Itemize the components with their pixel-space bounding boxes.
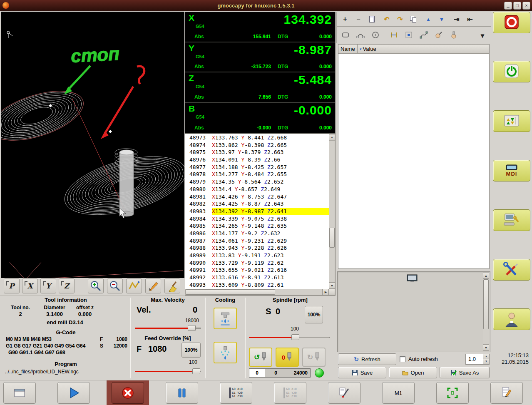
slider-handle[interactable] bbox=[188, 325, 196, 331]
machine-on-button[interactable] bbox=[493, 61, 530, 82]
dro-axis-y[interactable]: Y -8.987 G54 Abs-315.723DTG0.000 bbox=[185, 42, 335, 73]
spin-up-icon[interactable]: ▲ bbox=[483, 354, 489, 359]
window-mode-button[interactable] bbox=[3, 382, 36, 404]
stop-button[interactable] bbox=[112, 382, 144, 404]
settings-button[interactable] bbox=[493, 259, 530, 281]
zoom-in-button[interactable] bbox=[88, 278, 104, 293]
slider-handle[interactable] bbox=[192, 368, 200, 374]
spin-down-icon[interactable]: ▼ bbox=[483, 359, 489, 364]
gcode-line[interactable]: 48981X134.426 Y-8.753 Z2.647 bbox=[185, 193, 329, 201]
undo-icon[interactable]: ↶ bbox=[381, 14, 393, 25]
gcode-line[interactable]: 48975X133.97 Y-8.379 Z2.663 bbox=[185, 149, 329, 156]
velocity-slider[interactable] bbox=[135, 325, 201, 331]
gcode-hscroll-thumb[interactable] bbox=[186, 289, 275, 295]
dimension-icon[interactable] bbox=[388, 29, 400, 41]
spindle-forward-button[interactable]: ↻ bbox=[302, 348, 326, 367]
dro-axis-b[interactable]: B -0.000 G54 Abs-0.000DTG0.000 bbox=[185, 103, 335, 133]
step-button[interactable]: G0 X10 G1 Y20 G1 Z30 bbox=[274, 382, 306, 404]
scroll-up-icon[interactable]: ▲ bbox=[329, 134, 335, 140]
view-y-button[interactable]: Y bbox=[40, 278, 56, 293]
copy-icon[interactable] bbox=[408, 14, 419, 25]
gcode-line[interactable]: 48983X134.392 Y-8.987 Z2.641 bbox=[185, 208, 329, 215]
gcode-line[interactable]: 48978X134.277 Y-8.484 Z2.655 bbox=[185, 171, 329, 178]
slider-handle[interactable] bbox=[291, 334, 299, 340]
minimize-button[interactable]: _ bbox=[504, 2, 512, 10]
gcode-line[interactable]: 48988X133.943 Y-9.228 Z2.626 bbox=[185, 244, 329, 252]
scroll-down-icon[interactable]: ▼ bbox=[483, 345, 489, 351]
spindle-reset-button[interactable]: 100% bbox=[305, 306, 323, 323]
move-up-icon[interactable]: ▲ bbox=[423, 14, 434, 25]
indent-icon[interactable]: ⇥ bbox=[451, 14, 462, 25]
gcode-line[interactable]: 48985X134.265 Y-9.148 Z2.635 bbox=[185, 222, 329, 230]
run-button[interactable] bbox=[57, 382, 90, 404]
properties-table[interactable]: Name ▾Value bbox=[338, 44, 490, 269]
gcode-vscroll-thumb[interactable] bbox=[329, 228, 335, 248]
feed-reset-button[interactable]: 100% bbox=[181, 343, 201, 358]
pause-button[interactable] bbox=[166, 382, 198, 404]
refresh-button[interactable]: ↻ Refresh bbox=[338, 353, 396, 365]
estop-button[interactable] bbox=[493, 12, 530, 33]
open-button[interactable]: Open bbox=[389, 367, 437, 378]
mist-coolant-button[interactable] bbox=[214, 342, 237, 363]
scroll-right-icon[interactable]: ▶ bbox=[323, 289, 329, 295]
setup-page-button[interactable] bbox=[493, 209, 530, 231]
gcode-line[interactable]: 48977X134.188 Y-8.425 Z2.657 bbox=[185, 164, 329, 171]
close-button[interactable]: × bbox=[522, 2, 530, 10]
edit-gcode-button[interactable] bbox=[328, 382, 360, 404]
maximize-button[interactable]: □ bbox=[513, 2, 521, 10]
feed-slider[interactable] bbox=[135, 368, 201, 375]
message-scroll-thumb[interactable] bbox=[483, 279, 489, 329]
gcode-line[interactable]: 48987X134.061 Y-9.231 Z2.629 bbox=[185, 237, 329, 245]
shape-circle-icon[interactable] bbox=[369, 29, 382, 41]
remove-icon[interactable]: − bbox=[353, 14, 364, 25]
clear-plot-button[interactable] bbox=[164, 278, 180, 293]
gcode-line[interactable]: 48973X133.763 Y-8.441 Z2.668 bbox=[185, 134, 329, 142]
dro-axis-z[interactable]: Z -5.484 G54 Abs7.656DTG0.000 bbox=[185, 72, 335, 103]
gcode-vscrollbar[interactable] bbox=[329, 140, 335, 283]
run-from-line-button[interactable]: G0 X10 G1 Y20 G1 Z30 bbox=[220, 382, 252, 404]
gcode-list[interactable]: 48973X133.763 Y-8.441 Z2.66848974X133.86… bbox=[185, 134, 336, 296]
name-column-header[interactable]: Name bbox=[338, 45, 358, 54]
gcode-line[interactable]: 48982X134.425 Y-8.87 Z2.643 bbox=[185, 200, 329, 208]
toolpath-toggle-button[interactable] bbox=[126, 278, 142, 293]
node-edit-icon[interactable] bbox=[418, 29, 430, 41]
dro-axis-x[interactable]: X 134.392 G54 Abs155.941DTG0.000 bbox=[185, 12, 335, 42]
flood-coolant-button[interactable] bbox=[214, 308, 237, 329]
toolbar-overflow-icon[interactable]: ▾ bbox=[477, 30, 488, 41]
fullscreen-button[interactable] bbox=[436, 382, 469, 404]
perspective-view-button[interactable]: P bbox=[4, 278, 20, 293]
new-document-icon[interactable] bbox=[366, 14, 378, 25]
touch-set-icon[interactable] bbox=[447, 29, 460, 41]
notes-button[interactable] bbox=[490, 382, 523, 404]
gcode-line[interactable]: 48979X134.35 Y-8.564 Z2.652 bbox=[185, 178, 329, 186]
shape-arc-icon[interactable] bbox=[354, 29, 367, 41]
spindle-reverse-button[interactable]: ↺ bbox=[249, 348, 272, 367]
spindle-stop-button[interactable]: 0 bbox=[276, 348, 299, 367]
gremlin-preview[interactable]: стоп bbox=[1, 12, 184, 278]
view-x-button[interactable]: X bbox=[22, 278, 38, 293]
add-icon[interactable]: + bbox=[339, 14, 351, 25]
window-titlebar[interactable]: gmoccapy for linuxcnc 1.5.3.1 _ □ × bbox=[0, 0, 532, 11]
gcode-line[interactable]: 48976X134.091 Y-8.39 Z2.66 bbox=[185, 156, 329, 164]
gcode-line[interactable]: 48989X133.83 Y-9.191 Z2.623 bbox=[185, 252, 329, 259]
auto-refresh-checkbox[interactable] bbox=[400, 356, 405, 362]
scroll-up-icon[interactable]: ▲ bbox=[483, 273, 489, 279]
value-column-header[interactable]: ▾Value bbox=[358, 45, 489, 54]
gcode-line[interactable]: 48980X134.4 Y-8.657 Z2.649 bbox=[185, 186, 329, 193]
dimensions-button[interactable] bbox=[145, 278, 161, 293]
shape-rect-icon[interactable] bbox=[339, 29, 352, 41]
gcode-line[interactable]: 48991X133.655 Y-9.021 Z2.616 bbox=[185, 266, 329, 274]
user-button[interactable] bbox=[493, 308, 530, 330]
spindle-slider[interactable] bbox=[249, 334, 330, 340]
m1-button[interactable]: M1 bbox=[382, 382, 415, 404]
touch-probe-icon[interactable] bbox=[433, 29, 445, 41]
gcode-line[interactable]: 48990X133.729 Y-9.119 Z2.62 bbox=[185, 259, 329, 267]
gcode-line[interactable]: 48993X133.609 Y-8.809 Z2.61 bbox=[185, 281, 329, 289]
unindent-icon[interactable]: ⇤ bbox=[464, 14, 476, 25]
view-z-button[interactable]: Z bbox=[59, 278, 75, 293]
gcode-line[interactable]: 48974X133.862 Y-8.398 Z2.665 bbox=[185, 142, 329, 149]
refresh-interval-spin[interactable]: 1.0 ▲▼ bbox=[465, 354, 490, 365]
scroll-down-icon[interactable]: ▼ bbox=[329, 283, 335, 289]
zoom-out-button[interactable] bbox=[107, 278, 123, 293]
move-down-icon[interactable]: ▼ bbox=[436, 14, 447, 25]
